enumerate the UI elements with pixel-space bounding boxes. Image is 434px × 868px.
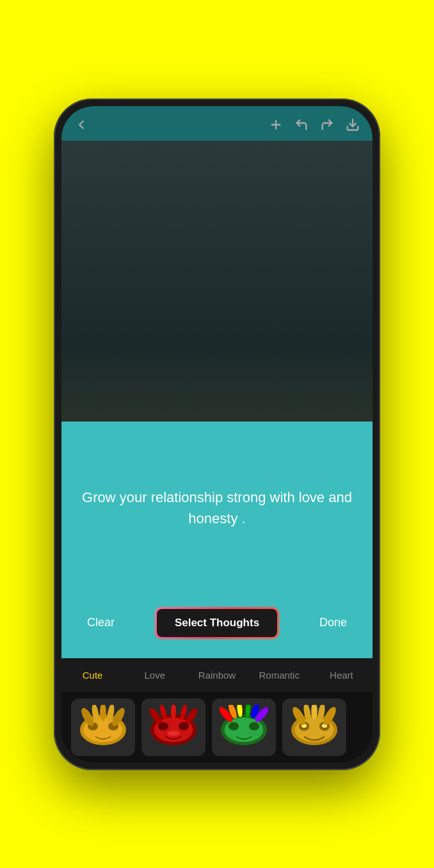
- top-bar: [61, 106, 373, 141]
- red-mask-icon: [148, 705, 199, 750]
- mask-item-1[interactable]: [71, 698, 135, 756]
- mask-item-2[interactable]: [141, 698, 205, 756]
- clear-button[interactable]: Clear: [87, 616, 115, 629]
- top-bar-left: [74, 118, 88, 132]
- done-button[interactable]: Done: [319, 616, 347, 629]
- select-thoughts-wrapper[interactable]: Select Thoughts: [155, 607, 279, 639]
- mask-item-3[interactable]: [212, 698, 276, 756]
- gold-happy-mask-icon: [289, 705, 340, 750]
- undo-button[interactable]: [294, 118, 309, 132]
- svg-point-21: [167, 730, 179, 736]
- svg-point-25: [249, 722, 259, 730]
- category-tab-heart[interactable]: Heart: [310, 667, 373, 683]
- teal-card: Grow your relationship strong with love …: [61, 422, 373, 658]
- phone-frame: Grow your relationship strong with love …: [54, 99, 380, 770]
- redo-button[interactable]: [320, 118, 334, 132]
- photo-area: Grow your relationship strong with love …: [61, 141, 373, 658]
- download-button[interactable]: [346, 118, 360, 132]
- select-thoughts-label: Select Thoughts: [175, 617, 259, 629]
- card-actions: Clear Select Thoughts Done: [81, 607, 353, 639]
- mask-row: [61, 692, 373, 762]
- category-strip: Cute Love Rainbow Romantic Heart: [61, 658, 373, 692]
- category-tab-romantic[interactable]: Romantic: [248, 667, 310, 683]
- select-thoughts-button[interactable]: Select Thoughts: [157, 609, 277, 637]
- card-quote: Grow your relationship strong with love …: [81, 447, 353, 569]
- category-tab-love[interactable]: Love: [124, 667, 186, 683]
- top-bar-right: [269, 118, 360, 132]
- category-tabs: Cute Love Rainbow Romantic Heart: [61, 667, 373, 683]
- back-button[interactable]: [74, 118, 88, 132]
- category-tab-rainbow[interactable]: Rainbow: [186, 667, 248, 683]
- phone-screen: Grow your relationship strong with love …: [61, 106, 373, 762]
- green-mask-icon: [218, 705, 269, 750]
- mask-item-4[interactable]: [282, 698, 346, 756]
- add-button[interactable]: [269, 118, 283, 132]
- category-tab-cute[interactable]: Cute: [61, 667, 124, 683]
- svg-point-24: [229, 722, 239, 730]
- gold-mask-icon: [77, 705, 129, 750]
